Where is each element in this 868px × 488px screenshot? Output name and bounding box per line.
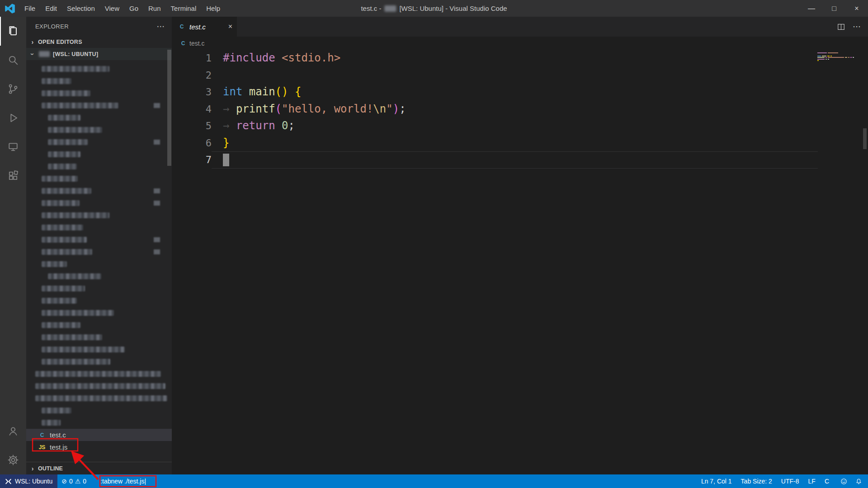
source-control-icon[interactable]: [0, 75, 26, 103]
menu-file[interactable]: File: [19, 0, 40, 17]
tree-item-redacted[interactable]: [26, 148, 172, 160]
tree-item-redacted[interactable]: [26, 319, 172, 331]
menu-help[interactable]: Help: [201, 0, 225, 17]
redacted-filename: [42, 420, 61, 426]
redacted-filename: [42, 212, 109, 218]
tree-item-redacted[interactable]: [26, 331, 172, 343]
minimap-line: [817, 59, 861, 60]
editor-actions: ⋯: [837, 17, 868, 37]
menu-selection[interactable]: Selection: [62, 0, 100, 17]
c-file-icon: C: [38, 432, 46, 438]
feedback-icon[interactable]: [836, 478, 851, 485]
tree-item-redacted[interactable]: [26, 197, 172, 209]
menu-terminal[interactable]: Terminal: [166, 0, 202, 17]
remote-label: WSL: Ubuntu: [15, 478, 52, 485]
c-file-icon: C: [178, 23, 186, 30]
problems-indicator[interactable]: ⊘ 0 ⚠ 0: [57, 478, 90, 485]
tree-item-redacted[interactable]: [26, 87, 172, 99]
outline-section[interactable]: › OUTLINE: [26, 462, 172, 474]
status-eol[interactable]: LF: [804, 478, 820, 485]
minimap-line: [817, 60, 861, 61]
run-debug-icon[interactable]: [0, 103, 26, 132]
tree-item-redacted[interactable]: [26, 417, 172, 429]
menu-run[interactable]: Run: [143, 0, 166, 17]
accounts-icon[interactable]: [0, 417, 26, 446]
tree-item-redacted[interactable]: [26, 282, 172, 295]
more-actions-icon[interactable]: ⋯: [853, 22, 861, 32]
tree-item-redacted[interactable]: [26, 343, 172, 356]
tree-item-redacted[interactable]: [26, 295, 172, 307]
code-editor[interactable]: 1#include <stdio.h>23int main() {4→ prin…: [172, 50, 868, 474]
settings-gear-icon[interactable]: [0, 446, 26, 474]
tree-item-redacted[interactable]: [26, 368, 172, 380]
code-line-7[interactable]: [212, 151, 818, 169]
tree-item-redacted[interactable]: [26, 173, 172, 185]
notifications-bell-icon[interactable]: [851, 478, 868, 485]
line-number: 4: [172, 101, 212, 118]
redacted-filename: [35, 383, 165, 389]
code-line-1[interactable]: #include <stdio.h>: [212, 50, 818, 67]
tree-item-redacted[interactable]: [26, 136, 172, 148]
extensions-icon[interactable]: [0, 161, 26, 190]
minimize-button[interactable]: —: [800, 0, 823, 17]
file-row-test-js[interactable]: JS test.js: [26, 441, 172, 453]
tree-item-redacted[interactable]: [26, 112, 172, 124]
tree-item-redacted[interactable]: [26, 209, 172, 221]
tree-item-redacted[interactable]: [26, 124, 172, 136]
close-button[interactable]: ×: [845, 0, 868, 17]
tree-item-redacted[interactable]: [26, 75, 172, 87]
code-line-2[interactable]: [212, 67, 818, 84]
menu-edit[interactable]: Edit: [40, 0, 62, 17]
tree-item-redacted[interactable]: [26, 404, 172, 417]
menu-go[interactable]: Go: [124, 0, 143, 17]
sidebar-more-actions-icon[interactable]: ⋯: [157, 22, 165, 31]
maximize-button[interactable]: □: [823, 0, 845, 17]
sidebar-scrollbar[interactable]: [167, 50, 171, 166]
redacted-badge: [154, 237, 160, 242]
window-controls: — □ ×: [800, 0, 868, 17]
tab-close-icon[interactable]: ×: [228, 23, 232, 30]
line-number: 2: [172, 67, 212, 84]
tree-item-redacted[interactable]: [26, 234, 172, 246]
tree-item-redacted[interactable]: [26, 270, 172, 282]
tree-item-redacted[interactable]: [26, 258, 172, 270]
tree-item-redacted[interactable]: [26, 185, 172, 197]
status-encoding[interactable]: UTF-8: [777, 478, 804, 485]
breadcrumb[interactable]: C test.c: [172, 37, 868, 50]
status-language-mode[interactable]: C: [820, 478, 834, 485]
search-icon[interactable]: [0, 46, 26, 75]
errors-icon: ⊘: [61, 478, 67, 485]
status-tab-size[interactable]: Tab Size: 2: [736, 478, 777, 485]
workspace-folder-section[interactable]: › [WSL: UBUNTU]: [26, 48, 172, 60]
outline-label: OUTLINE: [38, 465, 63, 472]
window-title: test.c - [WSL: Ubuntu] - Visual Studio C…: [361, 0, 507, 17]
tree-item-redacted[interactable]: [26, 356, 172, 368]
line-number: 6: [172, 135, 212, 152]
status-line-col[interactable]: Ln 7, Col 1: [697, 478, 736, 485]
explorer-icon[interactable]: [0, 17, 26, 46]
tree-item-redacted[interactable]: [26, 160, 172, 173]
redacted-filename: [48, 164, 77, 169]
remote-indicator[interactable]: WSL: Ubuntu: [0, 474, 57, 488]
tree-item-redacted[interactable]: [26, 392, 172, 404]
split-editor-icon[interactable]: [837, 23, 845, 31]
redacted-filename: [42, 200, 80, 206]
code-line-3[interactable]: int main() {: [212, 84, 818, 101]
vim-command-input[interactable]: :tabnew ./test.js|: [98, 478, 149, 485]
tree-item-redacted[interactable]: [26, 63, 172, 75]
tree-item-redacted[interactable]: [26, 221, 172, 234]
tree-item-redacted[interactable]: [26, 380, 172, 392]
file-row-test-c[interactable]: C test.c: [26, 429, 172, 441]
remote-explorer-icon[interactable]: [0, 132, 26, 161]
code-line-4[interactable]: → printf("hello, world!\n");: [212, 101, 818, 118]
redacted-filename: [42, 225, 83, 230]
menu-view[interactable]: View: [100, 0, 124, 17]
minimap[interactable]: [817, 50, 861, 63]
tab-test-c[interactable]: C test.c ×: [172, 17, 237, 37]
code-line-6[interactable]: }: [212, 135, 818, 152]
code-line-5[interactable]: → return 0;: [212, 117, 818, 135]
tree-item-redacted[interactable]: [26, 99, 172, 112]
open-editors-section[interactable]: › OPEN EDITORS: [26, 36, 172, 48]
tree-item-redacted[interactable]: [26, 246, 172, 258]
tree-item-redacted[interactable]: [26, 307, 172, 319]
